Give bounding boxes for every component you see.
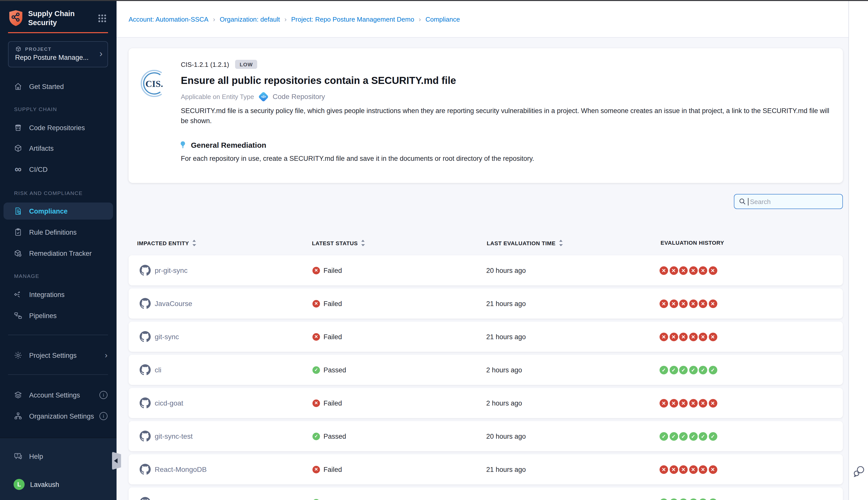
status-label: Failed [324,466,342,473]
status-pass-icon: ✓ [312,499,320,500]
table-row[interactable]: pr-git-sync✕Failed20 hours ago✕✕✕✕✕✕ [129,255,843,285]
cis-logo-text: CIS. [146,79,163,89]
history-fail-icon: ✕ [660,299,668,308]
history-fail-icon: ✕ [699,299,707,308]
entity-type: Code Repository [273,92,325,101]
column-header-impacted-entity[interactable]: IMPACTED ENTITY [137,240,197,246]
module-grid-icon[interactable] [98,14,106,23]
right-rail [848,0,868,500]
sidebar-item-account-settings[interactable]: Account Settingsi [0,386,117,404]
history-fail-icon: ✕ [689,465,697,474]
sidebar-item-rule-definitions[interactable]: Rule Definitions [0,224,117,241]
status-fail-icon: ✕ [312,333,320,340]
history-fail-icon: ✕ [660,266,668,275]
sidebar-item-remediation-tracker[interactable]: Remediation Tracker [0,245,117,262]
sidebar-footer: ? Help L Lavakush [0,438,117,500]
evaluation-time: 21 hours ago [486,466,526,473]
entity-link[interactable]: cicd-goat [155,399,183,407]
evaluation-history: ✕✕✕✕✕✕ [660,255,717,285]
table-row[interactable]: ✓✓✓✓✓✓✓ [129,487,843,500]
history-pass-icon: ✓ [689,432,697,441]
sidebar-item-project-settings[interactable]: Project Settings› [0,347,117,364]
breadcrumb-link[interactable]: Organization: default [220,15,280,23]
table-row[interactable]: React-MongoDB✕Failed21 hours ago✕✕✕✕✕✕ [129,454,843,485]
history-fail-icon: ✕ [699,465,707,474]
evaluation-time: 21 hours ago [486,333,526,340]
project-name: Repo Posture Manage... [15,54,89,61]
entity-link[interactable]: cli [155,366,161,374]
entity-link[interactable]: pr-git-sync [155,266,188,274]
sidebar-item-ci-cd[interactable]: ∞CI/CD [0,161,117,178]
evaluation-history: ✕✕✕✕✕✕ [660,454,717,485]
history-fail-icon: ✕ [669,299,678,308]
column-header-last-evaluation-time[interactable]: LAST EVALUATION TIME [487,240,563,246]
status-label: Passed [324,366,346,374]
breadcrumb-link[interactable]: Compliance [426,15,460,23]
history-fail-icon: ✕ [708,399,717,407]
sidebar-divider [8,335,108,335]
project-selector[interactable]: PROJECT Repo Posture Manage... › [8,41,108,67]
sidebar-item-pipelines[interactable]: Pipelines [0,307,117,324]
history-pass-icon: ✓ [669,366,678,374]
info-icon[interactable]: i [100,391,107,399]
status-label: Failed [324,333,342,340]
sidebar-item-label: Code Repositories [29,124,85,132]
history-fail-icon: ✕ [708,332,717,341]
sidebar-collapse-handle[interactable] [112,452,121,470]
breadcrumb-link[interactable]: Account: Automation-SSCA [129,15,208,23]
history-fail-icon: ✕ [689,332,697,341]
sidebar-item-compliance[interactable]: Compliance [3,203,113,219]
severity-badge: LOW [235,60,257,69]
entity-link[interactable]: git-sync [155,333,179,341]
column-header-label: LAST EVALUATION TIME [487,240,556,246]
table-row[interactable]: JavaCourse✕Failed21 hours ago✕✕✕✕✕✕ [129,288,843,319]
text-caret [748,198,749,205]
history-fail-icon: ✕ [699,399,707,407]
table-row[interactable]: git-sync✕Failed21 hours ago✕✕✕✕✕✕ [129,322,843,352]
rule-id: CIS-1.2.1 (1.2.1) [181,60,229,68]
github-icon [140,497,151,500]
breadcrumb-link[interactable]: Project: Repo Posture Management Demo [291,15,414,23]
main-content: Account: Automation-SSCA›Organization: d… [117,0,848,500]
evaluation-time: 21 hours ago [486,300,526,307]
search-input[interactable] [749,197,836,206]
history-fail-icon: ✕ [689,299,697,308]
sidebar-item-artifacts[interactable]: Artifacts [0,140,117,157]
evaluation-time: 2 hours ago [486,399,522,407]
user-menu[interactable]: L Lavakush [0,476,117,493]
entity-link[interactable]: React-MongoDB [155,465,207,473]
compliance-doc-icon [14,206,23,216]
history-fail-icon: ✕ [660,332,668,341]
sidebar-item-label: CI/CD [29,166,48,173]
sidebar-item-get-started[interactable]: Get Started [0,78,117,95]
sidebar-item-label: Project Settings [29,352,77,359]
rule-description: SECURITY.md file is a security policy fi… [181,106,830,126]
chat-support-icon[interactable] [853,465,866,478]
pipelines-icon [14,311,23,320]
help-button[interactable]: ? Help [0,448,117,465]
sidebar-item-label: Artifacts [29,145,54,152]
github-icon [140,364,151,375]
status-pass-icon: ✓ [312,366,320,374]
entity-link[interactable]: git-sync-test [155,432,193,440]
table-row[interactable]: cli✓Passed2 hours ago✓✓✓✓✓✓ [129,355,843,385]
code-repo-icon [14,123,23,132]
evaluation-history: ✕✕✕✕✕✕ [660,388,717,418]
entity-link[interactable]: JavaCourse [155,299,192,308]
sort-icon [558,240,563,246]
integrations-icon [14,290,23,299]
help-chat-icon: ? [14,452,23,461]
status-fail-icon: ✕ [312,399,320,407]
sidebar-section-label: MANAGE [14,273,39,281]
sidebar-item-code-repositories[interactable]: Code Repositories [0,119,117,136]
table-row[interactable]: cicd-goat✕Failed2 hours ago✕✕✕✕✕✕ [129,388,843,418]
history-fail-icon: ✕ [669,332,678,341]
sidebar-item-integrations[interactable]: Integrations [0,286,117,303]
project-label: PROJECT [25,46,51,52]
github-icon [140,397,151,409]
info-icon[interactable]: i [100,412,107,420]
sidebar-section-label: RISK AND COMPLIANCE [14,190,83,198]
column-header-latest-status[interactable]: LATEST STATUS [312,240,366,246]
sidebar-item-organization-settings[interactable]: Organization Settingsi [0,408,117,425]
table-row[interactable]: git-sync-test✓Passed20 hours ago✓✓✓✓✓✓ [129,421,843,451]
